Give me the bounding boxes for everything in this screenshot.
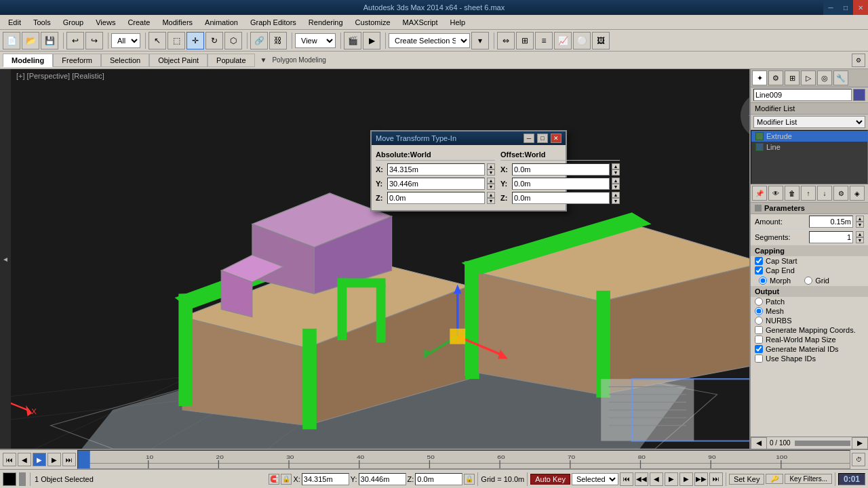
render-frame-btn[interactable]: 🖼 [592, 32, 610, 49]
menu-customize[interactable]: Customize [350, 17, 396, 28]
amount-input[interactable] [809, 216, 853, 228]
status-prev-btn[interactable]: ◀◀ [635, 472, 648, 486]
offset-x-down[interactable]: ▼ [612, 169, 620, 176]
generate-mapping-checkbox[interactable] [755, 326, 763, 334]
offset-y-input[interactable] [512, 178, 610, 190]
menu-create[interactable]: Create [122, 17, 155, 28]
timeline-container[interactable]: 0 10 20 30 40 50 60 70 80 90 100 [77, 450, 850, 469]
go-start-btn[interactable]: ⏮ [3, 453, 16, 466]
maximize-button[interactable]: □ [838, 0, 853, 15]
color-swatch-btn[interactable] [853, 89, 865, 101]
auto-key-btn[interactable]: Auto Key [530, 474, 570, 485]
status-play-btn[interactable]: ▶ [665, 472, 678, 486]
grid-radio[interactable] [804, 277, 812, 285]
mod-delete-btn[interactable]: 🗑 [785, 186, 800, 201]
offset-z-up[interactable]: ▲ [612, 192, 620, 198]
unlink-btn[interactable]: ⛓ [269, 32, 287, 49]
rp-utilities-icon[interactable]: 🔧 [833, 70, 848, 85]
link-btn[interactable]: 🔗 [250, 32, 268, 49]
curve-editor-btn[interactable]: 📈 [554, 32, 572, 49]
align-btn[interactable]: ⊞ [516, 32, 534, 49]
modifier-dropdown[interactable]: Modifier List [753, 116, 865, 128]
mirror-btn[interactable]: ⇔ [497, 32, 515, 49]
prev-frame-btn[interactable]: ◀ [18, 453, 31, 466]
named-sets-btn[interactable]: ▾ [471, 32, 489, 49]
offset-y-up[interactable]: ▲ [612, 178, 620, 184]
play-btn[interactable]: ▶ [33, 453, 46, 466]
status-prev-frame-btn[interactable]: ◀ [650, 472, 663, 486]
select-region-btn[interactable]: ⬚ [167, 32, 185, 49]
tab-selection[interactable]: Selection [101, 54, 149, 67]
absolute-y-down[interactable]: ▼ [487, 184, 495, 190]
menu-rendering[interactable]: Rendering [303, 17, 349, 28]
layer-btn[interactable]: ≡ [535, 32, 553, 49]
use-shape-ids-checkbox[interactable] [755, 354, 763, 363]
tab-object-paint[interactable]: Object Paint [149, 54, 208, 67]
absolute-x-up[interactable]: ▲ [487, 163, 495, 169]
cap-end-checkbox[interactable] [755, 266, 763, 274]
status-next-frame-btn[interactable]: ▶ [679, 472, 693, 486]
cap-start-checkbox[interactable] [755, 257, 763, 265]
color-swatch-black[interactable] [3, 472, 16, 486]
minimize-button[interactable]: ─ [823, 0, 838, 15]
absolute-z-down[interactable]: ▼ [487, 198, 495, 204]
offset-x-up[interactable]: ▲ [612, 163, 620, 169]
absolute-z-input[interactable] [387, 192, 485, 204]
menu-edit[interactable]: Edit [3, 17, 26, 28]
material-editor-btn[interactable]: ⚪ [573, 32, 591, 49]
dialog-minimize-btn[interactable]: ─ [524, 134, 534, 143]
mod-up-btn[interactable]: ↑ [801, 186, 816, 201]
morph-radio[interactable] [759, 277, 767, 285]
menu-help[interactable]: Help [445, 17, 471, 28]
go-end-btn[interactable]: ⏭ [62, 453, 76, 466]
transform-dialog-title[interactable]: Move Transform Type-In ─ □ ✕ [372, 131, 566, 145]
segments-input[interactable] [809, 231, 853, 243]
render-setup-btn[interactable]: 🎬 [344, 32, 361, 49]
mod-pin-btn[interactable]: 📌 [752, 186, 767, 201]
lock-toggle-btn[interactable]: 🔒 [281, 474, 292, 485]
status-go-end-btn[interactable]: ⏭ [709, 472, 723, 486]
mod-show-btn[interactable]: 👁 [768, 186, 783, 201]
real-world-checkbox[interactable] [755, 336, 763, 344]
scale-btn[interactable]: ⬡ [224, 32, 242, 49]
rp-hierarchy-icon[interactable]: ⊞ [785, 70, 800, 85]
scroll-track[interactable] [795, 441, 850, 446]
amount-down-btn[interactable]: ▼ [856, 222, 864, 228]
segments-up-btn[interactable]: ▲ [856, 231, 864, 237]
segments-down-btn[interactable]: ▼ [856, 237, 864, 243]
dialog-close-btn[interactable]: ✕ [551, 134, 561, 143]
menu-animation[interactable]: Animation [199, 17, 243, 28]
next-frame-btn[interactable]: ▶ [47, 453, 61, 466]
rp-modify-icon[interactable]: ⚙ [768, 70, 783, 85]
tab-modeling[interactable]: Modeling [3, 54, 53, 67]
color-swatch-gray[interactable] [19, 472, 26, 486]
x-coord-input[interactable] [302, 473, 349, 485]
offset-z-down[interactable]: ▼ [612, 198, 620, 204]
absolute-y-up[interactable]: ▲ [487, 178, 495, 184]
left-collapse-arrow[interactable]: ◄ [0, 69, 11, 449]
new-btn[interactable]: 📄 [3, 32, 20, 49]
params-collapse-btn[interactable] [755, 205, 762, 211]
viewport[interactable]: [+] [Perspective] [Realistic] [11, 69, 749, 449]
offset-x-input[interactable] [512, 163, 610, 176]
tab-freeform[interactable]: Freeform [53, 54, 101, 67]
rp-display-icon[interactable]: ◎ [817, 70, 832, 85]
mod-down-btn[interactable]: ↓ [817, 186, 832, 201]
menu-views[interactable]: Views [90, 17, 121, 28]
redo-btn[interactable]: ↪ [85, 32, 103, 49]
menu-tools[interactable]: Tools [28, 17, 56, 28]
time-config-btn[interactable]: ⏱ [852, 453, 865, 466]
save-btn[interactable]: 💾 [41, 32, 58, 49]
status-next-btn[interactable]: ▶▶ [694, 472, 708, 486]
absolute-z-up[interactable]: ▲ [487, 192, 495, 198]
z-coord-input[interactable] [415, 473, 462, 485]
menu-graph-editors[interactable]: Graph Editors [245, 17, 302, 28]
rp-motion-icon[interactable]: ▷ [801, 70, 816, 85]
absolute-y-input[interactable] [387, 178, 485, 190]
modifier-item-extrude[interactable]: Extrude [751, 131, 867, 142]
mesh-radio[interactable] [755, 307, 763, 315]
render-btn[interactable]: ▶ [363, 32, 380, 49]
snap-toggle-btn[interactable]: 🧲 [269, 474, 279, 485]
mod-configure-btn[interactable]: ⚙ [833, 186, 848, 201]
menu-maxscript[interactable]: MAXScript [397, 17, 443, 28]
